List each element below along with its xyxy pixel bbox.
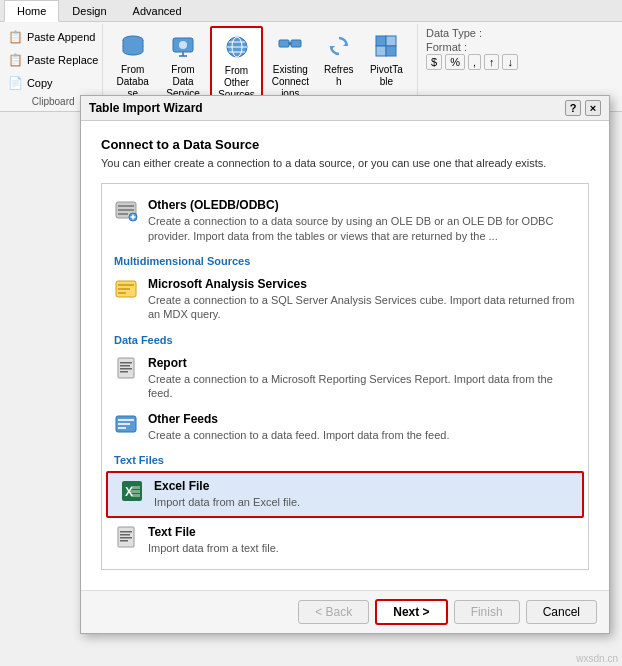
report-title: Report	[148, 356, 576, 370]
format-controls: $ % , ↑ ↓	[426, 54, 610, 70]
svg-rect-23	[118, 213, 128, 215]
svg-rect-46	[120, 531, 132, 533]
source-item-oledb[interactable]: Others (OLEDB/ODBC) Create a connection …	[102, 192, 588, 249]
svg-rect-16	[376, 36, 386, 46]
svg-rect-35	[120, 371, 128, 373]
existing-connections-button[interactable]: Existing Connections	[265, 26, 316, 104]
source-item-textfile[interactable]: Text File Import data from a text file.	[102, 519, 588, 561]
textfile-desc: Import data from a text file.	[148, 541, 576, 555]
pivot-table-button[interactable]: PivotTable	[362, 26, 411, 92]
oledb-desc: Create a connection to a data source by …	[148, 214, 576, 243]
textfile-title: Text File	[148, 525, 576, 539]
service-icon	[167, 30, 199, 62]
cancel-button[interactable]: Cancel	[526, 600, 597, 624]
dialog-title: Table Import Wizard	[89, 101, 203, 115]
dollar-button[interactable]: $	[426, 54, 442, 70]
format-label: Format :	[426, 41, 486, 53]
pivot-icon	[370, 30, 402, 62]
dialog-footer: < Back Next > Finish Cancel	[81, 590, 609, 633]
copy-icon: 📄	[8, 75, 24, 91]
source-item-report[interactable]: Report Create a connection to a Microsof…	[102, 350, 588, 407]
other-feeds-text: Other Feeds Create a connection to a dat…	[148, 412, 576, 442]
tab-advanced[interactable]: Advanced	[120, 0, 195, 21]
decimal-increase-button[interactable]: ↑	[484, 54, 500, 70]
svg-rect-47	[120, 534, 130, 536]
dialog-header-desc: You can either create a connection to a …	[101, 156, 589, 171]
back-button[interactable]: < Back	[298, 600, 369, 624]
report-text: Report Create a connection to a Microsof…	[148, 356, 576, 401]
textfiles-header: Text Files	[102, 448, 588, 470]
svg-rect-17	[386, 36, 396, 46]
from-database-button[interactable]: From Database	[109, 26, 156, 104]
paste-replace-button[interactable]: 📋 Paste Replace	[3, 49, 104, 71]
svg-rect-43	[131, 490, 140, 493]
oledb-icon	[114, 198, 138, 222]
oledb-text: Others (OLEDB/ODBC) Create a connection …	[148, 198, 576, 243]
other-feeds-title: Other Feeds	[148, 412, 576, 426]
svg-rect-38	[118, 423, 130, 425]
svg-rect-10	[279, 40, 289, 47]
refresh-icon	[323, 30, 355, 62]
svg-rect-30	[118, 292, 126, 294]
dialog-body: Connect to a Data Source You can either …	[81, 121, 609, 590]
refresh-label: Refresh	[324, 64, 354, 88]
excel-desc: Import data from an Excel file.	[154, 495, 570, 509]
source-item-excel[interactable]: X Excel File Import data from an Excel f…	[106, 471, 584, 517]
svg-rect-48	[120, 537, 132, 539]
svg-rect-34	[120, 368, 132, 370]
dialog-help-button[interactable]: ?	[565, 100, 581, 116]
database-icon	[117, 30, 149, 62]
from-other-sources-button[interactable]: From Other Sources	[210, 26, 263, 106]
next-button[interactable]: Next >	[375, 599, 447, 625]
svg-rect-44	[131, 494, 140, 497]
analysis-text: Microsoft Analysis Services Create a con…	[148, 277, 576, 322]
svg-rect-18	[376, 46, 386, 56]
svg-rect-39	[118, 427, 126, 429]
analysis-title: Microsoft Analysis Services	[148, 277, 576, 291]
paste-append-icon: 📋	[8, 29, 24, 45]
svg-rect-28	[118, 284, 134, 286]
dialog-close-button[interactable]: ×	[585, 100, 601, 116]
source-list: Others (OLEDB/ODBC) Create a connection …	[101, 183, 589, 570]
textfile-icon	[114, 525, 138, 549]
paste-replace-icon: 📋	[8, 52, 24, 68]
table-import-dialog: Table Import Wizard ? × Connect to a Dat…	[80, 95, 610, 634]
tab-home[interactable]: Home	[4, 0, 59, 22]
from-service-button[interactable]: From Data Service	[158, 26, 208, 104]
multidimensional-header: Multidimensional Sources	[102, 249, 588, 271]
dialog-titlebar-controls: ? ×	[565, 100, 601, 116]
connections-icon	[274, 30, 306, 62]
svg-rect-19	[386, 46, 396, 56]
analysis-desc: Create a connection to a SQL Server Anal…	[148, 293, 576, 322]
copy-button[interactable]: 📄 Copy	[3, 72, 104, 94]
svg-rect-29	[118, 288, 130, 290]
comma-button[interactable]: ,	[468, 54, 481, 70]
watermark: wxsdn.cn	[576, 653, 618, 664]
percent-button[interactable]: %	[445, 54, 465, 70]
paste-append-button[interactable]: 📋 Paste Append	[3, 26, 104, 48]
svg-rect-42	[131, 486, 140, 489]
data-type-label: Data Type :	[426, 27, 486, 39]
dialog-title-left: Table Import Wizard	[89, 101, 203, 115]
excel-title: Excel File	[154, 479, 570, 493]
tab-design[interactable]: Design	[59, 0, 119, 21]
source-item-analysis[interactable]: Microsoft Analysis Services Create a con…	[102, 271, 588, 328]
other-sources-icon	[221, 31, 253, 63]
svg-rect-22	[118, 209, 134, 211]
other-feeds-desc: Create a connection to a data feed. Impo…	[148, 428, 576, 442]
ribbon-tab-bar: Home Design Advanced	[0, 0, 622, 22]
excel-text: Excel File Import data from an Excel fil…	[154, 479, 570, 509]
clipboard-buttons: 📋 Paste Append 📋 Paste Replace 📄 Copy	[3, 26, 104, 94]
analysis-icon	[114, 277, 138, 301]
svg-rect-33	[120, 365, 130, 367]
source-item-other-feeds[interactable]: Other Feeds Create a connection to a dat…	[102, 406, 588, 448]
svg-rect-32	[120, 362, 132, 364]
format-row: Format :	[426, 40, 610, 54]
refresh-button[interactable]: Refresh	[318, 26, 360, 92]
pivot-table-label: PivotTable	[368, 64, 405, 88]
report-icon	[114, 356, 138, 380]
oledb-title: Others (OLEDB/ODBC)	[148, 198, 576, 212]
finish-button: Finish	[454, 600, 520, 624]
svg-rect-49	[120, 540, 128, 542]
decimal-decrease-button[interactable]: ↓	[502, 54, 518, 70]
